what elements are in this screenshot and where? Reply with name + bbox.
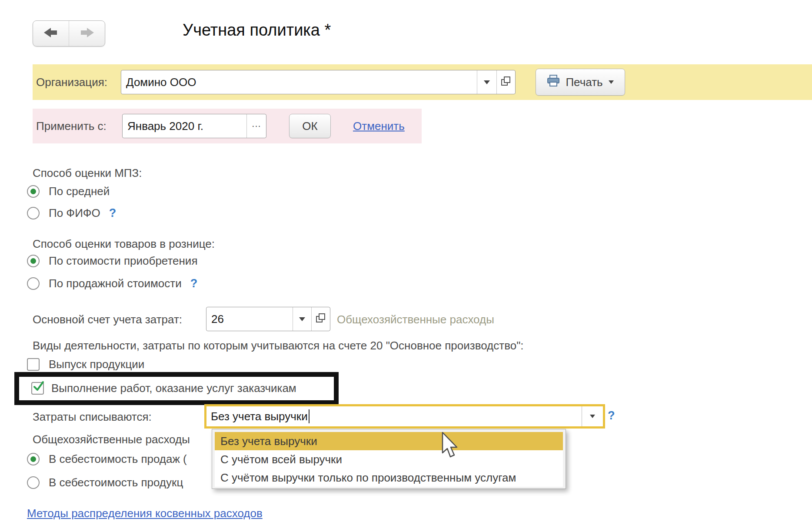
retail-section-title: Способ оценки товаров в рознице: <box>33 237 215 250</box>
cost-account-dropdown-button[interactable] <box>293 307 311 331</box>
option-text: В себестоимость продаж ( <box>49 452 187 466</box>
open-item-icon <box>500 76 512 89</box>
forward-arrow-icon <box>78 27 96 40</box>
option-text: Выпуск продукции <box>49 358 144 371</box>
chevron-down-icon <box>484 80 490 84</box>
radio-po-prodazhnoy-stoimosti-label: По продажной стоимости ? <box>49 277 197 290</box>
cost-account-open-button[interactable] <box>311 307 330 331</box>
radio-v-sebestoimost-produkcii[interactable] <box>27 476 40 489</box>
chevron-down-icon <box>299 317 305 321</box>
radio-po-fifo-label: По ФИФО ? <box>49 207 116 219</box>
help-question-link[interactable]: ? <box>109 206 116 220</box>
chevron-down-icon <box>590 415 595 418</box>
writeoff-dropdown-button[interactable] <box>582 406 603 426</box>
checkbox-vypolnenie-rabot-label: Выполнение работ, оказание услуг заказчи… <box>51 382 296 395</box>
organization-label: Организация: <box>36 76 107 89</box>
apply-from-label: Применить с: <box>36 120 106 133</box>
organization-dropdown-button[interactable] <box>477 70 496 94</box>
back-arrow-icon <box>42 27 60 40</box>
checkbox-vypolnenie-rabot[interactable] <box>31 382 44 395</box>
mpz-section-title: Способ оценки МПЗ: <box>33 166 142 179</box>
radio-v-sebestoimost-prodazh-label: В себестоимость продаж ( <box>49 453 187 465</box>
ok-button-label: ОК <box>302 120 317 133</box>
overhead-title: Общехозяйственные расходы <box>33 433 190 446</box>
dropdown-option-s-uchetom-vyruchki-tolko[interactable]: С учётом выручки только по производствен… <box>215 469 563 487</box>
option-text: По ФИФО <box>49 206 100 220</box>
date-more-button[interactable]: ... <box>246 114 266 138</box>
option-text: По стоимости приобретения <box>49 254 197 268</box>
printer-icon <box>547 75 560 90</box>
writeoff-dropdown-list: Без учета выручки С учётом всей выручки … <box>212 429 566 489</box>
apply-date-field[interactable]: Январь 2020 г. ... <box>122 114 266 138</box>
apply-date-value[interactable]: Январь 2020 г. <box>123 114 246 138</box>
cost-account-description: Общехозяйственные расходы <box>337 313 494 326</box>
cost-account-value[interactable]: 26 <box>206 307 293 331</box>
radio-po-prodazhnoy-stoimosti[interactable] <box>27 277 40 290</box>
option-text: По средней <box>49 185 110 198</box>
cost-account-label: Основной счет учета затрат: <box>33 313 182 326</box>
mouse-cursor <box>442 432 459 461</box>
indirect-costs-methods-link[interactable]: Методы распределения косвенных расходов <box>27 507 263 520</box>
activities-title: Виды деятельности, затраты по которым уч… <box>33 339 524 352</box>
organization-field[interactable]: Домино ООО <box>121 70 516 94</box>
radio-po-stoimosti-priobreteniya-label: По стоимости приобретения <box>49 255 197 267</box>
cost-account-field[interactable]: 26 <box>206 307 330 331</box>
writeoff-value[interactable]: Без учета выручки <box>206 406 582 426</box>
organization-open-button[interactable] <box>496 70 515 94</box>
accounting-policy-window: Учетная политика * Организация: Домино О… <box>0 0 812 525</box>
writeoff-value-text: Без учета выручки <box>211 410 308 423</box>
radio-v-sebestoimost-prodazh[interactable] <box>27 453 40 465</box>
text-cursor <box>309 409 309 423</box>
ellipsis-icon: ... <box>252 122 261 130</box>
forward-button[interactable] <box>69 21 105 46</box>
option-text: В себестоимость продукц <box>49 476 183 489</box>
help-question-link[interactable]: ? <box>190 277 198 290</box>
radio-po-fifo[interactable] <box>27 207 40 219</box>
nav-buttons <box>33 20 105 47</box>
checkmark-icon <box>33 381 45 395</box>
ok-button[interactable]: ОК <box>289 114 331 138</box>
help-question-link[interactable]: ? <box>608 409 615 422</box>
checkbox-vypusk-produkcii-label: Выпуск продукции <box>49 358 144 371</box>
option-text: Выполнение работ, оказание услуг заказчи… <box>51 382 296 395</box>
dropdown-option-s-uchetom-vsey-vyruchki[interactable]: С учётом всей выручки <box>215 450 563 469</box>
radio-po-stoimosti-priobreteniya[interactable] <box>27 255 40 267</box>
organization-bar: Организация: Домино ООО Печать <box>33 64 812 100</box>
dropdown-option-bez-ucheta-vyruchki[interactable]: Без учета выручки <box>215 432 563 450</box>
organization-value[interactable]: Домино ООО <box>121 70 477 94</box>
writeoff-label: Затраты списываются: <box>33 410 152 423</box>
print-button-label: Печать <box>566 76 602 89</box>
option-text: По продажной стоимости <box>49 277 182 290</box>
print-button[interactable]: Печать <box>536 69 625 96</box>
chevron-down-icon <box>609 80 614 84</box>
radio-v-sebestoimost-produkcii-label: В себестоимость продукц <box>49 476 183 489</box>
back-button[interactable] <box>33 21 69 46</box>
open-item-icon <box>315 312 326 326</box>
page-title: Учетная политика * <box>183 21 331 40</box>
cancel-link[interactable]: Отменить <box>353 120 405 133</box>
checkbox-vypusk-produkcii[interactable] <box>27 358 40 371</box>
radio-po-sredney[interactable] <box>27 185 40 198</box>
writeoff-combobox[interactable]: Без учета выручки <box>204 404 605 429</box>
radio-po-sredney-label: По средней <box>49 185 110 198</box>
apply-bar: Применить с: Январь 2020 г. ... ОК Отмен… <box>33 109 422 143</box>
